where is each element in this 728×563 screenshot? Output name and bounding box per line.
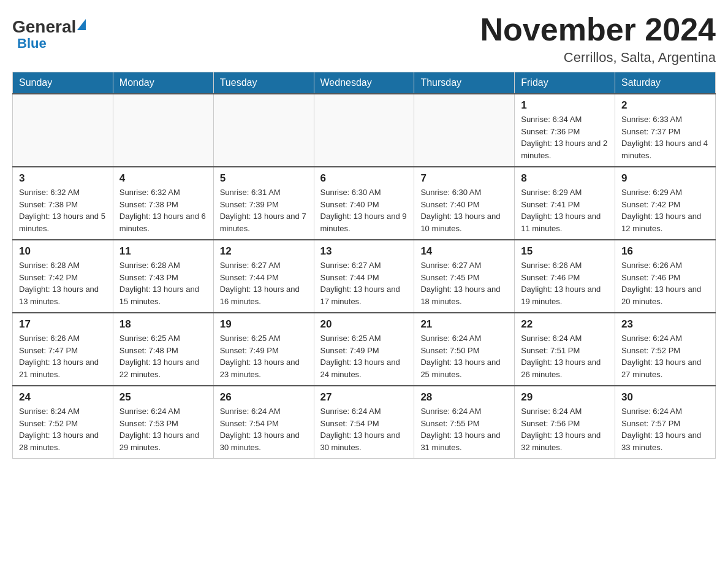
calendar-cell: 25Sunrise: 6:24 AMSunset: 7:53 PMDayligh…	[113, 386, 213, 459]
calendar-cell: 21Sunrise: 6:24 AMSunset: 7:50 PMDayligh…	[414, 313, 515, 386]
day-info: Sunrise: 6:27 AMSunset: 7:45 PMDaylight:…	[420, 259, 508, 307]
day-info: Sunrise: 6:29 AMSunset: 7:41 PMDaylight:…	[521, 186, 609, 234]
day-number: 30	[621, 391, 709, 404]
day-number: 23	[621, 318, 709, 331]
day-info: Sunrise: 6:26 AMSunset: 7:46 PMDaylight:…	[621, 259, 709, 307]
calendar-cell	[314, 94, 414, 167]
calendar-cell: 27Sunrise: 6:24 AMSunset: 7:54 PMDayligh…	[314, 386, 414, 459]
calendar-cell: 3Sunrise: 6:32 AMSunset: 7:38 PMDaylight…	[13, 167, 113, 240]
calendar-cell	[13, 94, 113, 167]
day-info: Sunrise: 6:24 AMSunset: 7:52 PMDaylight:…	[19, 405, 107, 453]
day-number: 21	[420, 318, 508, 331]
day-info: Sunrise: 6:27 AMSunset: 7:44 PMDaylight:…	[320, 259, 408, 307]
calendar-table: SundayMondayTuesdayWednesdayThursdayFrid…	[12, 72, 716, 459]
day-number: 26	[220, 391, 308, 404]
day-info: Sunrise: 6:24 AMSunset: 7:56 PMDaylight:…	[521, 405, 609, 453]
calendar-cell	[414, 94, 515, 167]
day-info: Sunrise: 6:24 AMSunset: 7:55 PMDaylight:…	[420, 405, 508, 453]
day-info: Sunrise: 6:26 AMSunset: 7:46 PMDaylight:…	[521, 259, 609, 307]
day-number: 1	[521, 99, 609, 112]
calendar-cell: 11Sunrise: 6:28 AMSunset: 7:43 PMDayligh…	[113, 240, 213, 313]
day-info: Sunrise: 6:25 AMSunset: 7:49 PMDaylight:…	[320, 332, 408, 380]
day-number: 13	[320, 245, 408, 258]
calendar-cell: 10Sunrise: 6:28 AMSunset: 7:42 PMDayligh…	[13, 240, 113, 313]
day-info: Sunrise: 6:32 AMSunset: 7:38 PMDaylight:…	[119, 186, 207, 234]
calendar-cell: 8Sunrise: 6:29 AMSunset: 7:41 PMDaylight…	[515, 167, 615, 240]
day-info: Sunrise: 6:29 AMSunset: 7:42 PMDaylight:…	[621, 186, 709, 234]
day-number: 15	[521, 245, 609, 258]
day-info: Sunrise: 6:30 AMSunset: 7:40 PMDaylight:…	[320, 186, 408, 234]
day-number: 2	[621, 99, 709, 112]
logo: General Blue	[12, 12, 86, 52]
day-of-week-header: Thursday	[414, 72, 515, 94]
location-title: Cerrillos, Salta, Argentina	[480, 50, 716, 66]
day-number: 28	[420, 391, 508, 404]
logo-line1: General	[12, 18, 86, 36]
day-number: 4	[119, 172, 207, 185]
day-number: 20	[320, 318, 408, 331]
calendar-cell: 26Sunrise: 6:24 AMSunset: 7:54 PMDayligh…	[213, 386, 314, 459]
calendar-cell: 6Sunrise: 6:30 AMSunset: 7:40 PMDaylight…	[314, 167, 414, 240]
calendar-cell: 19Sunrise: 6:25 AMSunset: 7:49 PMDayligh…	[213, 313, 314, 386]
day-info: Sunrise: 6:24 AMSunset: 7:50 PMDaylight:…	[420, 332, 508, 380]
calendar-cell: 17Sunrise: 6:26 AMSunset: 7:47 PMDayligh…	[13, 313, 113, 386]
calendar-cell: 23Sunrise: 6:24 AMSunset: 7:52 PMDayligh…	[615, 313, 716, 386]
day-number: 12	[220, 245, 308, 258]
day-of-week-header: Saturday	[615, 72, 716, 94]
calendar-cell: 18Sunrise: 6:25 AMSunset: 7:48 PMDayligh…	[113, 313, 213, 386]
day-info: Sunrise: 6:24 AMSunset: 7:54 PMDaylight:…	[220, 405, 308, 453]
day-number: 29	[521, 391, 609, 404]
calendar-cell: 16Sunrise: 6:26 AMSunset: 7:46 PMDayligh…	[615, 240, 716, 313]
calendar-cell: 13Sunrise: 6:27 AMSunset: 7:44 PMDayligh…	[314, 240, 414, 313]
calendar-cell: 5Sunrise: 6:31 AMSunset: 7:39 PMDaylight…	[213, 167, 314, 240]
day-info: Sunrise: 6:34 AMSunset: 7:36 PMDaylight:…	[521, 113, 609, 161]
day-info: Sunrise: 6:26 AMSunset: 7:47 PMDaylight:…	[19, 332, 107, 380]
calendar-cell: 2Sunrise: 6:33 AMSunset: 7:37 PMDaylight…	[615, 94, 716, 167]
calendar-cell: 12Sunrise: 6:27 AMSunset: 7:44 PMDayligh…	[213, 240, 314, 313]
day-info: Sunrise: 6:24 AMSunset: 7:51 PMDaylight:…	[521, 332, 609, 380]
calendar-week-row: 17Sunrise: 6:26 AMSunset: 7:47 PMDayligh…	[13, 313, 716, 386]
day-number: 24	[19, 391, 107, 404]
day-number: 3	[19, 172, 107, 185]
calendar-cell: 22Sunrise: 6:24 AMSunset: 7:51 PMDayligh…	[515, 313, 615, 386]
day-number: 18	[119, 318, 207, 331]
day-number: 5	[220, 172, 308, 185]
day-number: 27	[320, 391, 408, 404]
calendar-cell: 29Sunrise: 6:24 AMSunset: 7:56 PMDayligh…	[515, 386, 615, 459]
calendar-week-row: 10Sunrise: 6:28 AMSunset: 7:42 PMDayligh…	[13, 240, 716, 313]
calendar-cell: 9Sunrise: 6:29 AMSunset: 7:42 PMDaylight…	[615, 167, 716, 240]
calendar-cell: 7Sunrise: 6:30 AMSunset: 7:40 PMDaylight…	[414, 167, 515, 240]
calendar-cell	[213, 94, 314, 167]
day-number: 14	[420, 245, 508, 258]
calendar-cell: 20Sunrise: 6:25 AMSunset: 7:49 PMDayligh…	[314, 313, 414, 386]
calendar-week-row: 1Sunrise: 6:34 AMSunset: 7:36 PMDaylight…	[13, 94, 716, 167]
logo-general: General	[12, 18, 76, 36]
day-info: Sunrise: 6:24 AMSunset: 7:54 PMDaylight:…	[320, 405, 408, 453]
day-info: Sunrise: 6:25 AMSunset: 7:49 PMDaylight:…	[220, 332, 308, 380]
day-info: Sunrise: 6:32 AMSunset: 7:38 PMDaylight:…	[19, 186, 107, 234]
calendar-cell: 30Sunrise: 6:24 AMSunset: 7:57 PMDayligh…	[615, 386, 716, 459]
calendar-cell: 24Sunrise: 6:24 AMSunset: 7:52 PMDayligh…	[13, 386, 113, 459]
day-number: 8	[521, 172, 609, 185]
title-section: November 2024 Cerrillos, Salta, Argentin…	[480, 12, 716, 66]
day-of-week-header: Monday	[113, 72, 213, 94]
month-title: November 2024	[480, 12, 716, 47]
day-of-week-header: Sunday	[13, 72, 113, 94]
calendar-cell	[113, 94, 213, 167]
day-number: 11	[119, 245, 207, 258]
logo-blue-text: Blue	[17, 36, 47, 51]
page-header: General Blue November 2024 Cerrillos, Sa…	[12, 12, 716, 66]
day-number: 19	[220, 318, 308, 331]
day-number: 6	[320, 172, 408, 185]
day-info: Sunrise: 6:25 AMSunset: 7:48 PMDaylight:…	[119, 332, 207, 380]
calendar-cell: 1Sunrise: 6:34 AMSunset: 7:36 PMDaylight…	[515, 94, 615, 167]
day-info: Sunrise: 6:33 AMSunset: 7:37 PMDaylight:…	[621, 113, 709, 161]
day-number: 10	[19, 245, 107, 258]
day-number: 7	[420, 172, 508, 185]
day-info: Sunrise: 6:28 AMSunset: 7:42 PMDaylight:…	[19, 259, 107, 307]
day-info: Sunrise: 6:24 AMSunset: 7:52 PMDaylight:…	[621, 332, 709, 380]
day-info: Sunrise: 6:31 AMSunset: 7:39 PMDaylight:…	[220, 186, 308, 234]
day-info: Sunrise: 6:24 AMSunset: 7:57 PMDaylight:…	[621, 405, 709, 453]
calendar-week-row: 24Sunrise: 6:24 AMSunset: 7:52 PMDayligh…	[13, 386, 716, 459]
day-number: 25	[119, 391, 207, 404]
